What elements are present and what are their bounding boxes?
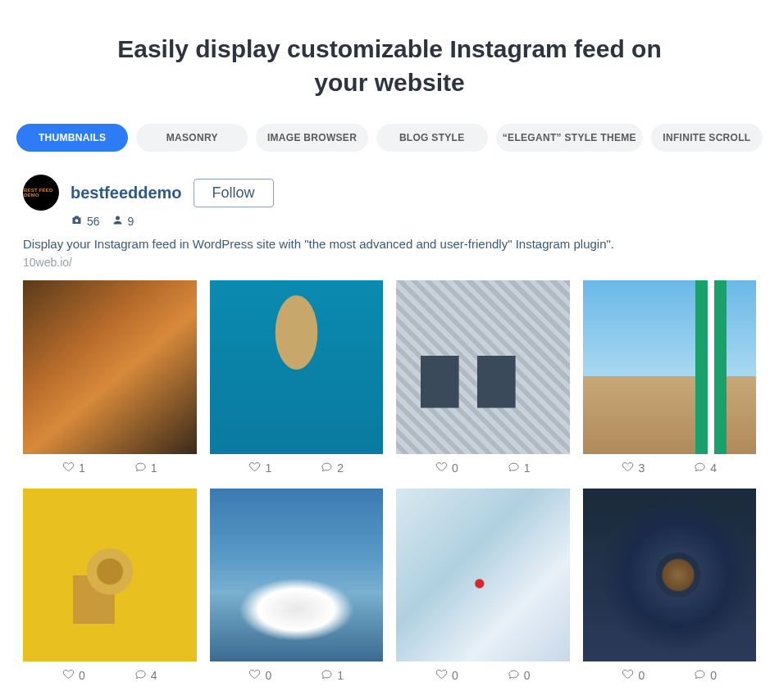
- tab-elegant-style-theme[interactable]: “ELEGANT” STYLE THEME: [496, 124, 643, 152]
- likes-value: 0: [265, 669, 271, 682]
- post-meta: 00: [396, 661, 570, 683]
- posts-count-value: 56: [87, 215, 100, 228]
- likes-count[interactable]: 0: [435, 461, 458, 475]
- comments-count[interactable]: 0: [508, 668, 531, 683]
- tab-thumbnails[interactable]: THUMBNAILS: [16, 124, 128, 152]
- comments-value: 0: [710, 669, 717, 682]
- heart-icon: [622, 461, 634, 475]
- tab-masonry[interactable]: MASONRY: [136, 124, 248, 152]
- likes-count[interactable]: 1: [248, 461, 271, 475]
- tab-infinite-scroll[interactable]: INFINITE SCROLL: [651, 124, 763, 152]
- post-card: 04: [23, 489, 197, 684]
- thumbnail-grid: 1112013404010000: [16, 280, 763, 683]
- comments-count[interactable]: 1: [134, 461, 157, 475]
- avatar[interactable]: BEST FEED DEMO: [23, 175, 59, 211]
- comments-value: 1: [524, 461, 531, 475]
- comment-icon: [694, 461, 706, 475]
- comments-count[interactable]: 2: [321, 461, 344, 475]
- likes-value: 0: [452, 461, 458, 475]
- post-card: 00: [396, 489, 570, 684]
- profile-link[interactable]: 10web.io/: [16, 256, 763, 269]
- comments-count[interactable]: 0: [694, 668, 717, 683]
- likes-value: 0: [638, 669, 645, 682]
- post-meta: 12: [210, 454, 384, 475]
- tab-blog-style[interactable]: BLOG STYLE: [376, 124, 488, 152]
- comments-count[interactable]: 1: [508, 461, 531, 475]
- profile-bio: Display your Instagram feed in WordPress…: [16, 237, 763, 251]
- post-meta: 00: [583, 661, 757, 683]
- comments-count[interactable]: 1: [321, 668, 344, 683]
- likes-value: 1: [79, 461, 85, 475]
- heart-icon: [622, 668, 634, 683]
- post-thumbnail[interactable]: [396, 489, 570, 662]
- post-card: 00: [583, 489, 757, 684]
- heart-icon: [248, 668, 261, 683]
- comments-count[interactable]: 4: [694, 461, 717, 475]
- comments-value: 4: [710, 461, 717, 475]
- likes-value: 0: [79, 669, 85, 682]
- likes-count[interactable]: 0: [248, 668, 271, 683]
- post-meta: 01: [396, 454, 570, 475]
- profile-header: BEST FEED DEMO bestfeeddemo Follow: [16, 175, 763, 211]
- heart-icon: [62, 461, 75, 475]
- likes-count[interactable]: 0: [62, 668, 85, 683]
- post-card: 01: [396, 280, 570, 475]
- likes-count[interactable]: 3: [622, 461, 645, 475]
- svg-point-0: [75, 219, 79, 222]
- comment-icon: [321, 668, 333, 683]
- post-meta: 01: [210, 661, 384, 683]
- tab-bar: THUMBNAILSMASONRYIMAGE BROWSERBLOG STYLE…: [16, 124, 763, 152]
- post-meta: 34: [583, 454, 757, 475]
- comment-icon: [321, 461, 333, 475]
- likes-count[interactable]: 0: [435, 668, 458, 683]
- post-thumbnail[interactable]: [396, 280, 570, 454]
- likes-value: 3: [638, 461, 645, 475]
- post-thumbnail[interactable]: [210, 280, 384, 454]
- svg-point-1: [116, 216, 120, 220]
- post-thumbnail[interactable]: [583, 489, 757, 662]
- post-card: 12: [210, 280, 384, 475]
- person-icon: [112, 214, 124, 229]
- comments-value: 1: [151, 461, 157, 475]
- likes-value: 1: [265, 461, 271, 475]
- comments-count[interactable]: 4: [134, 668, 157, 683]
- comment-icon: [508, 668, 520, 683]
- tab-image-browser[interactable]: IMAGE BROWSER: [256, 124, 367, 152]
- comments-value: 1: [337, 669, 344, 682]
- comments-value: 2: [337, 461, 344, 475]
- followers-count-value: 9: [128, 215, 134, 228]
- post-meta: 04: [23, 661, 197, 683]
- heart-icon: [435, 668, 448, 683]
- post-meta: 11: [23, 454, 197, 475]
- likes-value: 0: [452, 669, 458, 682]
- comments-value: 4: [151, 669, 157, 682]
- post-thumbnail[interactable]: [23, 280, 197, 454]
- comment-icon: [134, 461, 147, 475]
- comment-icon: [694, 668, 706, 683]
- post-thumbnail[interactable]: [23, 489, 197, 662]
- heart-icon: [248, 461, 261, 475]
- likes-count[interactable]: 1: [62, 461, 85, 475]
- likes-count[interactable]: 0: [622, 668, 645, 683]
- comment-icon: [134, 668, 147, 683]
- post-thumbnail[interactable]: [583, 280, 757, 454]
- camera-icon: [71, 214, 83, 229]
- followers-count: 9: [112, 214, 134, 229]
- comments-value: 0: [524, 669, 531, 682]
- page-title: Easily display customizable Instagram fe…: [94, 33, 685, 99]
- comment-icon: [508, 461, 520, 475]
- posts-count: 56: [71, 214, 100, 229]
- heart-icon: [435, 461, 448, 475]
- post-card: 34: [583, 280, 757, 475]
- profile-username[interactable]: bestfeeddemo: [71, 184, 182, 202]
- post-card: 01: [210, 489, 384, 684]
- heart-icon: [62, 668, 75, 683]
- profile-stats: 56 9: [16, 214, 763, 229]
- follow-button[interactable]: Follow: [194, 179, 274, 207]
- post-card: 11: [23, 280, 197, 475]
- post-thumbnail[interactable]: [210, 489, 384, 662]
